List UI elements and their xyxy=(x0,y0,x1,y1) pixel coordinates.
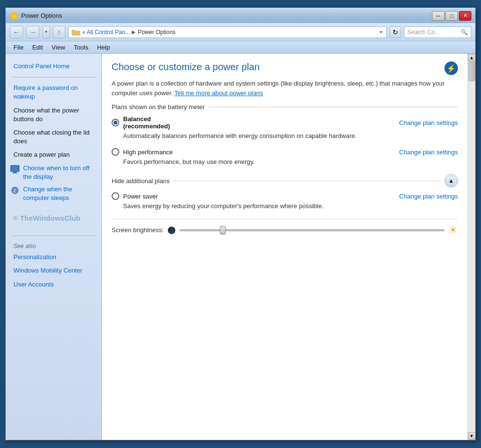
plan-power-saver-name: Power saver xyxy=(123,193,399,200)
plan-high-performance-name: High performance xyxy=(123,149,399,156)
address-breadcrumb[interactable]: « All Control Pan... ▶ Power Options ▼ xyxy=(68,26,387,38)
plan-balanced-name: Balanced (recommended) xyxy=(123,115,170,130)
plan-balanced-header: Balanced (recommended) Change plan setti… xyxy=(112,115,458,130)
sidebar-personalization-link[interactable]: Personalization xyxy=(6,250,101,264)
description-text: A power plan is a collection of hardware… xyxy=(112,80,444,97)
scroll-down-button[interactable]: ▼ xyxy=(468,432,476,440)
battery-meter-label: Plans shown on the battery meter xyxy=(112,103,205,111)
hide-plans-section: Hide additional plans ▲ xyxy=(112,174,458,187)
scroll-thumb[interactable] xyxy=(468,62,475,81)
menu-bar: File Edit View Tools Help xyxy=(6,41,475,54)
plan-item-power-saver: Power saver Change plan settings Saves e… xyxy=(112,192,458,211)
computer-sleeps-label: Change when the computer sleeps xyxy=(23,185,98,202)
plan-high-performance-description: Favors performance, but may use more ene… xyxy=(112,158,458,166)
menu-help[interactable]: Help xyxy=(93,43,114,52)
forward-button[interactable]: → xyxy=(26,26,39,38)
radio-power-saver[interactable] xyxy=(112,192,119,200)
plan-power-saver-change-link[interactable]: Change plan settings xyxy=(399,193,458,200)
plan-balanced-name-line2: (recommended) xyxy=(123,123,170,130)
menu-file[interactable]: File xyxy=(10,43,27,52)
hide-plans-label: Hide additional plans xyxy=(112,177,170,185)
main-description: A power plan is a collection of hardware… xyxy=(112,79,458,98)
plan-power-saver-header: Power saver Change plan settings xyxy=(112,192,458,200)
title-bar-left: Power Options xyxy=(10,12,62,20)
nav-dropdown-button[interactable]: ▼ xyxy=(42,26,50,38)
plan-high-performance-header: High performance Change plan settings xyxy=(112,148,458,156)
sidebar-mobility-center-link[interactable]: Windows Mobility Center xyxy=(6,264,101,277)
brightness-label: Screen brightness: xyxy=(112,226,164,234)
sleep-icon: z xyxy=(10,185,20,195)
plan-high-performance-change-link[interactable]: Change plan settings xyxy=(399,149,458,156)
main-title: Choose or customize a power plan xyxy=(112,62,441,73)
refresh-button[interactable]: ↻ xyxy=(390,26,401,38)
sidebar-item-turn-off-display[interactable]: Choose when to turn off the display xyxy=(6,162,101,183)
display-icon xyxy=(10,164,20,174)
hide-plans-divider xyxy=(174,181,441,181)
brightness-bar: Screen brightness: 🌑 ☀ xyxy=(112,219,458,241)
plan-balanced-change-link[interactable]: Change plan settings xyxy=(399,119,458,126)
main-header: Choose or customize a power plan ⚡ xyxy=(112,62,458,75)
plan-balanced-name-container: Balanced (recommended) xyxy=(123,115,399,130)
battery-meter-section-header: Plans shown on the battery meter xyxy=(112,103,458,111)
radio-balanced[interactable] xyxy=(112,119,119,126)
main-content: Choose or customize a power plan ⚡ A pow… xyxy=(102,54,468,440)
lightning-icon: ⚡ xyxy=(444,62,458,75)
brightness-track[interactable] xyxy=(179,229,444,231)
sidebar-item-create-plan[interactable]: Create a power plan xyxy=(6,148,101,162)
scroll-up-button[interactable]: ▲ xyxy=(468,54,476,62)
up-button[interactable]: ↑ xyxy=(53,26,65,38)
svg-rect-4 xyxy=(11,165,19,172)
breadcrumb-current: Power Options xyxy=(138,29,176,36)
svg-rect-6 xyxy=(13,173,17,174)
menu-view[interactable]: View xyxy=(48,43,69,52)
breadcrumb-dropdown[interactable]: ▼ xyxy=(379,30,383,35)
sidebar-user-accounts-link[interactable]: User Accounts xyxy=(6,278,101,291)
radio-balanced-dot xyxy=(114,121,117,124)
scrollbar: ▲ ▼ xyxy=(468,54,475,440)
sidebar-item-power-buttons[interactable]: Choose what the power buttons do xyxy=(6,104,101,126)
breadcrumb-root: « All Control Pan... xyxy=(82,29,130,36)
watermark-text: TheWindowsClub xyxy=(20,214,81,222)
sidebar-item-require-password[interactable]: Require a password on wakeup xyxy=(6,81,101,103)
brightness-thumb[interactable] xyxy=(220,226,226,235)
back-button[interactable]: ← xyxy=(10,26,23,38)
minimize-button[interactable]: ─ xyxy=(432,11,444,21)
sidebar-item-closing-lid[interactable]: Choose what closing the lid does xyxy=(6,126,101,148)
watermark: © TheWindowsClub xyxy=(6,204,101,232)
breadcrumb-arrow: ▶ xyxy=(132,29,136,35)
sidebar: Control Panel Home Require a password on… xyxy=(6,54,102,440)
menu-tools[interactable]: Tools xyxy=(70,43,92,52)
window-title: Power Options xyxy=(21,12,62,19)
collapse-button[interactable]: ▲ xyxy=(444,174,458,187)
svg-text:z: z xyxy=(13,188,16,193)
sidebar-divider-1 xyxy=(12,77,96,77)
address-bar: ← → ▼ ↑ « All Control Pan... ▶ Power Opt… xyxy=(6,23,475,41)
description-link[interactable]: Tell me more about power plans xyxy=(175,89,263,97)
section-divider-line xyxy=(209,107,458,107)
see-also-title: See also xyxy=(6,240,101,250)
title-bar-controls: ─ □ ✕ xyxy=(432,11,471,21)
copyright-symbol: © xyxy=(13,214,18,222)
search-placeholder: Search Co... xyxy=(407,29,459,36)
window-icon xyxy=(10,12,18,20)
title-bar: Power Options ─ □ ✕ xyxy=(6,8,475,23)
plan-power-saver-description: Saves energy by reducing your computer's… xyxy=(112,202,458,211)
sidebar-control-panel-home[interactable]: Control Panel Home xyxy=(6,60,101,73)
scroll-track[interactable] xyxy=(468,62,476,432)
plan-balanced-description: Automatically balances performance with … xyxy=(112,132,458,140)
sidebar-divider-2 xyxy=(12,236,96,236)
svg-rect-3 xyxy=(72,30,76,32)
search-bar[interactable]: Search Co... 🔍 xyxy=(404,26,471,38)
brightness-bright-icon: ☀ xyxy=(448,224,458,236)
sidebar-item-computer-sleeps[interactable]: z Change when the computer sleeps xyxy=(6,183,101,204)
power-options-window: Power Options ─ □ ✕ ← → ▼ ↑ « All Contro… xyxy=(5,8,476,440)
close-button[interactable]: ✕ xyxy=(459,11,471,21)
radio-high-performance[interactable] xyxy=(112,148,119,156)
turn-off-display-label: Choose when to turn off the display xyxy=(23,164,98,181)
brightness-dim-icon: 🌑 xyxy=(167,226,176,234)
plan-item-high-performance: High performance Change plan settings Fa… xyxy=(112,148,458,166)
menu-edit[interactable]: Edit xyxy=(28,43,47,52)
maximize-button[interactable]: □ xyxy=(445,11,458,21)
search-icon[interactable]: 🔍 xyxy=(461,29,468,36)
svg-rect-5 xyxy=(13,172,16,173)
